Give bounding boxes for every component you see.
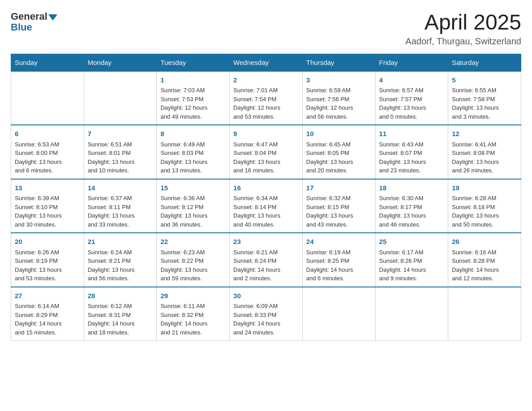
calendar-cell: 24Sunrise: 6:19 AMSunset: 8:25 PMDayligh…: [302, 233, 375, 287]
day-number: 22: [160, 237, 226, 247]
day-info-line: Daylight: 13 hours: [160, 211, 226, 220]
day-info-line: Sunrise: 6:24 AM: [88, 248, 153, 257]
day-info-line: Sunset: 7:58 PM: [452, 95, 517, 104]
day-number: 7: [88, 129, 153, 139]
calendar-cell: 21Sunrise: 6:24 AMSunset: 8:21 PMDayligh…: [84, 233, 157, 287]
day-info-line: and 53 minutes.: [233, 112, 299, 121]
day-number: 17: [306, 183, 372, 193]
calendar-cell: 6Sunrise: 6:53 AMSunset: 8:00 PMDaylight…: [11, 125, 84, 179]
main-title: April 2025: [405, 11, 521, 34]
day-number: 14: [88, 183, 153, 193]
page-header: General Blue April 2025 Aadorf, Thurgau,…: [11, 11, 521, 47]
day-info-line: and 9 minutes.: [379, 274, 445, 283]
day-info-line: Daylight: 13 hours: [233, 211, 299, 220]
day-info-line: Sunset: 8:08 PM: [452, 149, 517, 158]
calendar-cell: 29Sunrise: 6:11 AMSunset: 8:32 PMDayligh…: [157, 287, 230, 341]
day-info-line: Daylight: 13 hours: [88, 265, 153, 274]
day-info-line: and 36 minutes.: [160, 220, 226, 229]
day-info-line: Sunset: 8:10 PM: [15, 203, 80, 212]
day-info-line: Daylight: 13 hours: [88, 158, 153, 167]
calendar-cell: 5Sunrise: 6:55 AMSunset: 7:58 PMDaylight…: [448, 71, 521, 125]
day-info-line: Sunrise: 6:37 AM: [88, 194, 153, 203]
calendar-cell: [84, 71, 157, 125]
weekday-header-sunday: Sunday: [11, 54, 84, 71]
day-info-line: Daylight: 13 hours: [15, 211, 80, 220]
calendar-cell: 14Sunrise: 6:37 AMSunset: 8:11 PMDayligh…: [84, 179, 157, 233]
day-info-line: Sunset: 7:54 PM: [233, 95, 299, 104]
calendar-cell: 17Sunrise: 6:32 AMSunset: 8:15 PMDayligh…: [302, 179, 375, 233]
day-number: 2: [233, 75, 299, 86]
calendar-cell: 27Sunrise: 6:14 AMSunset: 8:29 PMDayligh…: [11, 287, 84, 341]
day-info-line: and 18 minutes.: [88, 328, 153, 337]
day-info-line: Daylight: 13 hours: [306, 211, 372, 220]
day-info-line: Sunrise: 6:55 AM: [452, 86, 517, 95]
day-info-line: Sunrise: 6:32 AM: [306, 194, 372, 203]
day-info-line: Daylight: 12 hours: [306, 103, 372, 112]
day-number: 27: [15, 291, 80, 301]
day-info-line: Sunrise: 6:53 AM: [15, 140, 80, 149]
day-info-line: Sunset: 8:15 PM: [306, 203, 372, 212]
day-info-line: and 40 minutes.: [233, 220, 299, 229]
calendar-cell: 16Sunrise: 6:34 AMSunset: 8:14 PMDayligh…: [230, 179, 303, 233]
day-info-line: Sunset: 8:32 PM: [160, 311, 226, 320]
calendar-cell: 19Sunrise: 6:28 AMSunset: 8:18 PMDayligh…: [448, 179, 521, 233]
day-number: 13: [15, 183, 80, 193]
day-info-line: Daylight: 13 hours: [160, 158, 226, 167]
day-info-line: and 16 minutes.: [233, 166, 299, 175]
calendar-cell: 23Sunrise: 6:21 AMSunset: 8:24 PMDayligh…: [230, 233, 303, 287]
day-info-line: Sunset: 7:56 PM: [306, 95, 372, 104]
day-info-line: and 53 minutes.: [15, 274, 80, 283]
day-number: 5: [452, 75, 517, 86]
calendar-week-5: 27Sunrise: 6:14 AMSunset: 8:29 PMDayligh…: [11, 287, 521, 341]
calendar-body: 1Sunrise: 7:03 AMSunset: 7:53 PMDaylight…: [11, 71, 521, 341]
day-number: 18: [379, 183, 445, 193]
day-info-line: and 24 minutes.: [233, 328, 299, 337]
day-number: 12: [452, 129, 517, 139]
day-info-line: Sunset: 8:26 PM: [379, 257, 445, 265]
logo-arrow-icon: [48, 14, 57, 21]
day-info-line: and 50 minutes.: [452, 220, 517, 229]
day-info-line: Sunrise: 6:39 AM: [15, 194, 80, 203]
day-info-line: Sunset: 7:53 PM: [160, 95, 226, 104]
day-info-line: Daylight: 14 hours: [233, 319, 299, 328]
weekday-header-friday: Friday: [375, 54, 448, 71]
day-info-line: and 23 minutes.: [379, 166, 445, 175]
calendar-cell: 28Sunrise: 6:12 AMSunset: 8:31 PMDayligh…: [84, 287, 157, 341]
day-info-line: Sunrise: 7:03 AM: [160, 86, 226, 95]
day-info-line: Sunrise: 6:59 AM: [306, 86, 372, 95]
day-info-line: Sunset: 8:11 PM: [88, 203, 153, 212]
day-info-line: Daylight: 13 hours: [88, 211, 153, 220]
day-info-line: Sunrise: 6:47 AM: [233, 140, 299, 149]
day-info-line: Sunrise: 6:28 AM: [452, 194, 517, 203]
day-info-line: Sunset: 8:24 PM: [233, 257, 299, 265]
weekday-header-tuesday: Tuesday: [157, 54, 230, 71]
day-info-line: and 33 minutes.: [88, 220, 153, 229]
calendar-cell: [448, 287, 521, 341]
calendar-cell: 22Sunrise: 6:23 AMSunset: 8:22 PMDayligh…: [157, 233, 230, 287]
calendar-cell: 12Sunrise: 6:41 AMSunset: 8:08 PMDayligh…: [448, 125, 521, 179]
calendar-week-2: 6Sunrise: 6:53 AMSunset: 8:00 PMDaylight…: [11, 125, 521, 179]
day-info-line: Sunrise: 6:21 AM: [233, 248, 299, 257]
calendar-cell: [302, 287, 375, 341]
day-info-line: Daylight: 13 hours: [452, 211, 517, 220]
calendar-week-1: 1Sunrise: 7:03 AMSunset: 7:53 PMDaylight…: [11, 71, 521, 125]
calendar-cell: 30Sunrise: 6:09 AMSunset: 8:33 PMDayligh…: [230, 287, 303, 341]
day-info-line: Sunrise: 7:01 AM: [233, 86, 299, 95]
day-info-line: and 15 minutes.: [15, 328, 80, 337]
day-number: 15: [160, 183, 226, 193]
calendar-cell: 2Sunrise: 7:01 AMSunset: 7:54 PMDaylight…: [230, 71, 303, 125]
title-section: April 2025 Aadorf, Thurgau, Switzerland: [405, 11, 521, 47]
day-info-line: and 56 minutes.: [88, 274, 153, 283]
day-info-line: Sunrise: 6:14 AM: [15, 302, 80, 311]
day-number: 9: [233, 129, 299, 139]
day-number: 16: [233, 183, 299, 193]
day-number: 1: [160, 75, 226, 86]
calendar-header: SundayMondayTuesdayWednesdayThursdayFrid…: [11, 54, 521, 71]
calendar-cell: 9Sunrise: 6:47 AMSunset: 8:04 PMDaylight…: [230, 125, 303, 179]
day-info-line: Sunset: 8:29 PM: [15, 311, 80, 320]
calendar-week-4: 20Sunrise: 6:26 AMSunset: 8:19 PMDayligh…: [11, 233, 521, 287]
day-info-line: and 12 minutes.: [452, 274, 517, 283]
day-info-line: Sunrise: 6:26 AM: [15, 248, 80, 257]
day-info-line: and 30 minutes.: [15, 220, 80, 229]
day-info-line: and 46 minutes.: [379, 220, 445, 229]
